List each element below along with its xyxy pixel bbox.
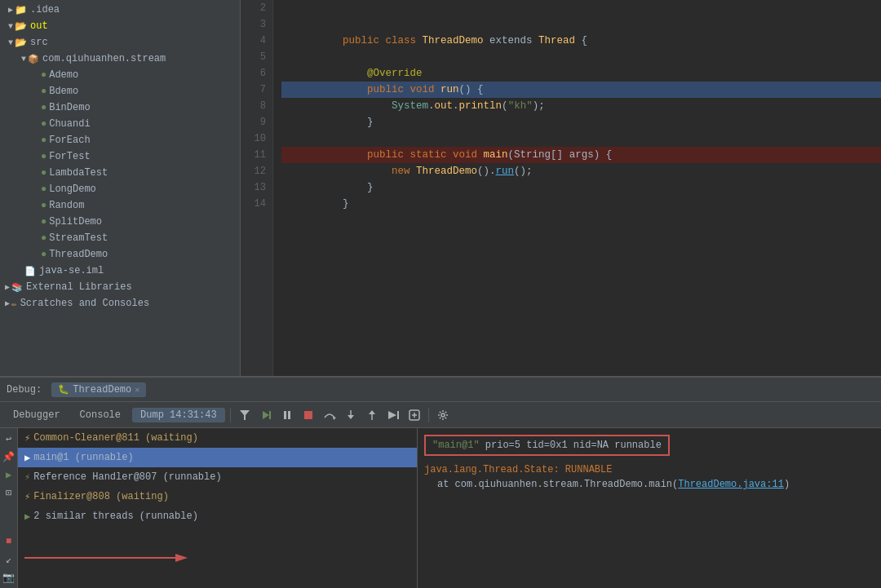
step-out-icon [366, 409, 378, 421]
folder-icon-src: 📂 [15, 37, 27, 49]
sidebar-item-label-longdemo: LongDemo [49, 183, 96, 195]
sidebar-item-lambdatest[interactable]: ● LambdaTest [0, 165, 240, 181]
thread-item-finalizer[interactable]: ⚡ Finalizer@808 (waiting) [18, 487, 417, 506]
line-11: 11 [241, 147, 266, 163]
tab-dump[interactable]: Dump 14:31:43 [132, 408, 225, 422]
line-12: 12 [241, 163, 266, 179]
class-icon-bindemo: ● [41, 102, 46, 113]
sidebar-item-label-extlibs: External Libraries [26, 281, 132, 293]
pin-btn[interactable]: 📌 [2, 449, 16, 464]
restore-btn[interactable]: ↩ [2, 431, 16, 446]
code-line-5: @Override [281, 49, 881, 65]
run-cursor-btn[interactable] [384, 406, 402, 424]
thread-stack-trace: at com.qiuhuanhen.stream.ThreadDemo.main… [424, 479, 874, 490]
split-btn[interactable]: ⊡ [2, 485, 16, 500]
sidebar-item-label-lambdatest: LambdaTest [49, 167, 108, 179]
thread-item-similar[interactable]: ▶ 2 similar threads (runnable) [18, 506, 417, 526]
sidebar-item-fortest[interactable]: ● ForTest [0, 148, 240, 165]
file-tree[interactable]: ▶ 📁 .idea ▼ 📂 out ▼ 📂 src ▼ 📦 com.qiuhua… [0, 0, 241, 376]
sidebar-item-label-bdemo: Bdemo [49, 86, 78, 97]
sidebar-item-iml[interactable]: 📄 java-se.iml [0, 263, 240, 279]
debug-session-close-btn[interactable]: ✕ [135, 385, 139, 395]
sidebar-item-bindemo[interactable]: ● BinDemo [0, 99, 240, 116]
toolbar-separator-2 [428, 408, 429, 422]
collapse-arrow-package: ▼ [21, 55, 26, 64]
thread-item-cleaner[interactable]: ⚡ Common-Cleaner@811 (waiting) [18, 428, 417, 448]
sidebar-item-longdemo[interactable]: ● LongDemo [0, 181, 240, 197]
resume-btn[interactable] [257, 406, 275, 424]
thread-item-refhandler[interactable]: ⚡ Reference Handler@807 (runnable) [18, 467, 417, 487]
sidebar-item-threaddemo[interactable]: ● ThreadDemo [0, 246, 240, 263]
sidebar-item-external-libs[interactable]: ▶ 📚 External Libraries [0, 279, 240, 295]
stack-trace-link[interactable]: ThreadDemo.java:11 [678, 479, 784, 490]
thread-icon-main: ▶ [24, 452, 30, 464]
sidebar-item-idea[interactable]: ▶ 📁 .idea [0, 2, 240, 18]
sidebar-item-foreach[interactable]: ● ForEach [0, 132, 240, 148]
thread-item-main[interactable]: ▶ main@1 (runnable) [18, 448, 417, 467]
sidebar-item-label-out: out [30, 20, 48, 32]
debug-session-icon: 🐛 [58, 384, 69, 395]
debug-top-bar: Debug: 🐛 ThreadDemo ✕ [0, 378, 881, 402]
camera-btn[interactable]: 📷 [2, 570, 16, 585]
sidebar-item-chuandi[interactable]: ● Chuandi [0, 116, 240, 132]
sidebar-item-src[interactable]: ▼ 📂 src [0, 34, 240, 51]
settings-btn[interactable] [434, 406, 452, 424]
sidebar-item-out[interactable]: ▼ 📂 out [0, 18, 240, 34]
step-into-btn[interactable] [342, 406, 360, 424]
class-icon-fortest: ● [41, 151, 46, 162]
sidebar-item-label-scratches: Scratches and Consoles [20, 298, 149, 309]
code-content: public class ThreadDemo extends Thread {… [273, 0, 881, 376]
collapse-arrow-scratches: ▶ [5, 298, 10, 308]
code-line-2 [281, 0, 881, 16]
sidebar-item-random[interactable]: ● Random [0, 197, 240, 214]
library-icon: 📚 [11, 282, 23, 293]
stop-small-btn[interactable]: ■ [2, 534, 16, 549]
code-editor: 2 ▶ 3 4 5 6 ▶ 7 8 9 ▶ 10 [241, 0, 881, 376]
thread-state-text: java.lang.Thread.State: RUNNABLE [424, 464, 612, 475]
class-icon-longdemo: ● [41, 183, 46, 195]
evaluate-btn[interactable] [405, 406, 423, 424]
thread-list: ⚡ Common-Cleaner@811 (waiting) ▶ main@1 … [18, 428, 418, 588]
stack-trace-prefix: at com.qiuhuanhen.stream.ThreadDemo.main… [437, 479, 678, 490]
step-into-icon [345, 409, 356, 421]
svg-marker-18 [175, 554, 188, 562]
close-panel-btn[interactable]: ↙ [2, 552, 16, 567]
line-8: 8 [241, 98, 266, 114]
thread-name-refhandler: Reference Handler@807 (runnable) [33, 471, 221, 483]
line-13: 13 [241, 179, 266, 196]
svg-rect-4 [288, 411, 290, 419]
debug-session-tab[interactable]: 🐛 ThreadDemo ✕ [51, 382, 146, 397]
sidebar-item-streamtest[interactable]: ● StreamTest [0, 230, 240, 246]
class-icon-splitdemo: ● [41, 216, 46, 228]
play-btn[interactable]: ▶ [2, 467, 16, 482]
pause-btn[interactable] [278, 406, 296, 424]
folder-icon-idea: 📁 [15, 4, 27, 16]
svg-marker-8 [348, 415, 354, 419]
stop-icon [303, 409, 314, 421]
sidebar-item-splitdemo[interactable]: ● SplitDemo [0, 214, 240, 230]
thread-name-cleaner: Common-Cleaner@811 (waiting) [33, 432, 198, 444]
debug-toolbar: Debugger Console Dump 14:31:43 [0, 402, 881, 428]
class-icon-bdemo: ● [41, 86, 46, 97]
thread-info-box: "main@1" prio=5 tid=0x1 nid=NA runnable [424, 435, 670, 456]
filter-btn[interactable] [236, 406, 254, 424]
tab-console[interactable]: Console [72, 408, 129, 422]
toolbar-separator-1 [230, 408, 231, 422]
sidebar-item-ademo[interactable]: ● Ademo [0, 67, 240, 83]
sidebar-item-label-src: src [30, 37, 48, 48]
pause-icon [281, 409, 293, 421]
sidebar-item-scratches[interactable]: ▶ ✏️ Scratches and Consoles [0, 295, 240, 312]
settings-icon [437, 409, 449, 421]
step-out-btn[interactable] [363, 406, 381, 424]
line-9: 9 [241, 114, 266, 130]
arrow-annotation [18, 546, 196, 573]
tab-debugger[interactable]: Debugger [5, 408, 69, 422]
line-10: ▶ 10 [241, 130, 266, 147]
code-line-14 [281, 196, 881, 212]
thread-state-line: java.lang.Thread.State: RUNNABLE [424, 464, 874, 475]
svg-marker-6 [333, 417, 336, 420]
step-over-btn[interactable] [321, 406, 339, 424]
sidebar-item-bdemo[interactable]: ● Bdemo [0, 83, 240, 99]
stop-btn[interactable] [299, 406, 317, 424]
sidebar-item-package[interactable]: ▼ 📦 com.qiuhuanhen.stream [0, 51, 240, 67]
